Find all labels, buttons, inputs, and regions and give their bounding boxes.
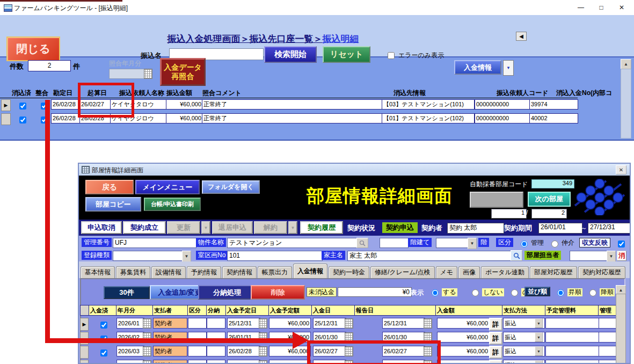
tanto-dropdown[interactable]: ▼ xyxy=(607,251,616,262)
sort-desc-radio[interactable] xyxy=(589,289,596,296)
row-selector[interactable] xyxy=(80,332,89,345)
comment-cell[interactable]: 正常終了 xyxy=(202,99,383,110)
display-suru-group[interactable]: する xyxy=(429,288,457,296)
nyukin-info-dropdown[interactable]: ▼ xyxy=(503,60,514,76)
terminate-dropdown[interactable]: ▼ xyxy=(288,221,297,234)
shushi-hanei-label[interactable]: 収支反映 xyxy=(579,238,610,247)
ym-cell[interactable]: 2026/02 xyxy=(116,332,144,343)
tanto-field[interactable] xyxy=(570,251,610,261)
amount-cell[interactable]: ¥60,000 xyxy=(166,113,203,123)
ym-cell[interactable]: 2026/03 xyxy=(116,346,144,356)
method-dropdown[interactable]: ▼ xyxy=(535,332,543,342)
kisanbi-cell[interactable]: 26/02/27 xyxy=(79,99,112,110)
ym-cell[interactable]: 2026/01 xyxy=(116,318,144,329)
payer-cell[interactable]: 契約者 xyxy=(153,332,187,343)
calendar-icon[interactable] xyxy=(345,346,353,356)
calendar-icon[interactable] xyxy=(259,360,267,364)
period-to-field[interactable]: 27/12/31 xyxy=(588,223,631,234)
amount-cell[interactable]: ¥60,000 xyxy=(166,99,203,110)
collapse-arrow-button[interactable]: ◀ xyxy=(516,32,527,41)
sort-asc-radio[interactable] xyxy=(557,289,564,296)
amount-cell[interactable]: ¥60,000 xyxy=(437,318,490,329)
calendar-icon[interactable] xyxy=(144,69,152,79)
display-suru-radio[interactable] xyxy=(432,289,439,296)
keshikomi-checkbox[interactable] xyxy=(19,117,26,123)
due-amount-cell[interactable]: ¥60,000 xyxy=(269,332,311,343)
code-cell[interactable]: 0000000000 xyxy=(475,113,531,123)
calendar-icon[interactable] xyxy=(424,318,432,329)
paid-date-cell[interactable] xyxy=(313,360,346,364)
period-from-field[interactable]: 26/01/01 xyxy=(538,223,582,234)
main-menu-button[interactable]: メインメニュー xyxy=(135,180,200,194)
touroku-dropdown[interactable]: ▼ xyxy=(182,251,191,262)
method-dropdown[interactable]: ▼ xyxy=(535,346,543,356)
tab-heya-taio[interactable]: 部屋対応履歴 xyxy=(530,266,577,278)
kanri-radio[interactable] xyxy=(521,241,528,247)
calendar-icon[interactable] xyxy=(143,332,151,343)
payer-cell[interactable]: 契約者 xyxy=(153,318,187,329)
dest-cell[interactable]: 【01】テストマンション(102) xyxy=(382,113,475,123)
next-room-button[interactable]: 次の部屋 xyxy=(528,192,571,207)
tab-setsubi[interactable]: 設備情報 xyxy=(151,266,186,278)
close-screen-button[interactable]: 閉じる xyxy=(6,37,60,61)
scrollbar-track[interactable] xyxy=(616,294,626,364)
row-selector[interactable]: ▶ xyxy=(80,318,89,331)
close-window-button[interactable]: ✕ xyxy=(613,2,631,13)
due-date-cell[interactable]: 26/01/31 xyxy=(227,332,260,343)
cancel-application-button[interactable]: 申込取消 xyxy=(81,221,122,234)
method-dropdown[interactable]: ▼ xyxy=(535,318,543,328)
terminate-button[interactable]: 解約 xyxy=(254,221,287,234)
kanri-radio-group[interactable]: 管理 xyxy=(518,238,544,247)
amount-cell[interactable]: ¥60,000 xyxy=(437,346,490,356)
paid-date-cell[interactable]: 26/01/30 xyxy=(313,332,346,343)
tab-memo[interactable]: メモ xyxy=(436,266,458,278)
comment-cell[interactable]: 正常終了 xyxy=(202,113,383,123)
minimize-button[interactable]: — xyxy=(572,2,590,13)
search-start-button[interactable]: 検索開始 xyxy=(264,46,317,63)
touroku-field[interactable] xyxy=(113,251,186,261)
calendar-icon[interactable] xyxy=(259,318,267,329)
blank-gray-button[interactable] xyxy=(470,192,523,208)
calendar-icon[interactable] xyxy=(345,360,353,364)
bunnou-cell[interactable] xyxy=(207,332,225,343)
tab-boshu-chinryo[interactable]: 募集賃料 xyxy=(116,266,150,278)
close-window-button[interactable]: ✕ xyxy=(616,165,626,174)
kubun-cell[interactable] xyxy=(188,360,207,364)
yotei-kanri-cell[interactable] xyxy=(545,360,599,364)
reset-button[interactable]: リセット xyxy=(323,46,370,63)
yotei-kanri-cell[interactable] xyxy=(545,346,599,356)
yotei-kanri-cell[interactable] xyxy=(545,332,599,343)
maximize-button[interactable]: □ xyxy=(592,2,610,13)
tab-keiyaku-joho[interactable]: 契約情報 xyxy=(222,266,257,278)
tab-chohyo[interactable]: 帳票出力 xyxy=(258,266,292,278)
amount-cell[interactable]: ¥60,000 xyxy=(437,332,490,343)
report-date-cell[interactable]: 25/12/31 xyxy=(382,318,425,329)
no-cell[interactable]: 39974 xyxy=(529,99,578,110)
bunnou-cell[interactable] xyxy=(207,360,225,364)
amount-cell[interactable] xyxy=(437,360,490,364)
display-nomi-radio[interactable] xyxy=(511,289,518,296)
recheck-button[interactable]: 入金データ 再照合 xyxy=(160,58,206,86)
shitsu-field[interactable]: 101 xyxy=(227,251,323,261)
sort-desc-group[interactable]: 降順 xyxy=(587,288,615,296)
floor-dropdown[interactable]: ▼ xyxy=(468,238,477,249)
detail-button[interactable]: 詳 xyxy=(489,318,502,331)
delete-button[interactable]: 削除 xyxy=(251,285,305,300)
tab-basic-info[interactable]: 基本情報 xyxy=(81,266,115,278)
display-shinai-group[interactable]: しない xyxy=(469,288,504,296)
contractor-field[interactable]: 契約 太郎 xyxy=(447,223,504,234)
search-icon[interactable] xyxy=(356,238,368,248)
error-only-checkbox-group[interactable]: エラーのみ表示 xyxy=(385,50,444,61)
name-cell[interactable]: ケイヤクタロウ xyxy=(110,99,167,110)
contract-establish-button[interactable]: 契約成立 xyxy=(123,221,166,234)
row-selector[interactable] xyxy=(1,113,11,125)
kisanbi-cell[interactable]: 26/02/28 xyxy=(79,113,112,123)
method-dropdown[interactable]: ▼ xyxy=(535,360,543,364)
yotei-kanri-cell[interactable] xyxy=(545,318,599,329)
ym-cell[interactable] xyxy=(116,360,144,364)
calendar-icon[interactable] xyxy=(345,332,353,343)
payer-cell[interactable]: 契約者 xyxy=(153,360,187,364)
tab-keiyaku-taio[interactable]: 契約対応履歴 xyxy=(578,266,625,278)
detail-button[interactable]: 詳 xyxy=(489,332,502,345)
kubun-cell[interactable] xyxy=(188,318,207,329)
